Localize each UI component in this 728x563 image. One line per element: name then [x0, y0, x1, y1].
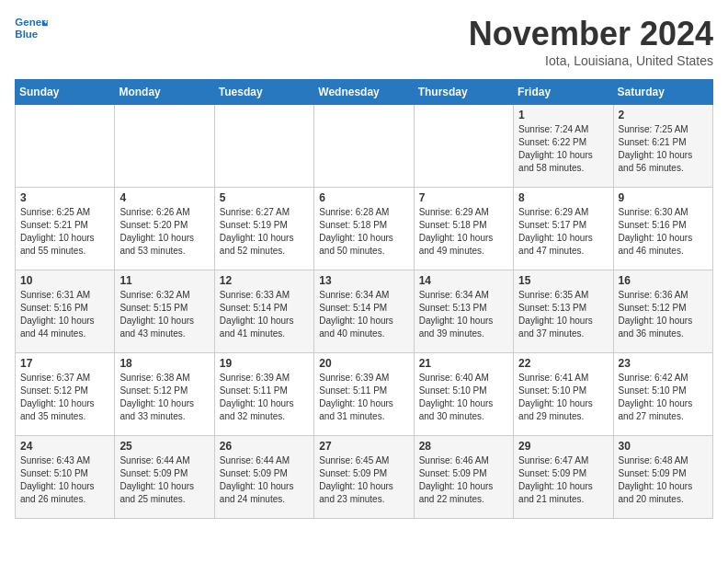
day-of-week-header: Monday — [115, 80, 214, 105]
day-info: Sunrise: 6:26 AM Sunset: 5:20 PM Dayligh… — [119, 206, 209, 258]
day-number: 3 — [20, 191, 109, 204]
calendar-cell: 14Sunrise: 6:34 AM Sunset: 5:13 PM Dayli… — [414, 270, 513, 353]
svg-text:Blue: Blue — [15, 29, 38, 40]
calendar-cell: 30Sunrise: 6:48 AM Sunset: 5:09 PM Dayli… — [613, 436, 712, 519]
day-info: Sunrise: 6:39 AM Sunset: 5:11 PM Dayligh… — [220, 372, 309, 423]
day-number: 20 — [319, 357, 408, 370]
day-number: 19 — [220, 357, 309, 370]
month-title: November 2024 — [469, 15, 713, 53]
day-info: Sunrise: 6:34 AM Sunset: 5:13 PM Dayligh… — [419, 289, 508, 340]
day-info: Sunrise: 6:29 AM Sunset: 5:17 PM Dayligh… — [518, 206, 608, 258]
day-info: Sunrise: 6:31 AM Sunset: 5:16 PM Dayligh… — [20, 289, 109, 340]
day-info: Sunrise: 7:24 AM Sunset: 6:22 PM Dayligh… — [518, 123, 608, 175]
day-number: 27 — [319, 440, 408, 453]
day-number: 22 — [518, 357, 608, 370]
day-info: Sunrise: 6:46 AM Sunset: 5:09 PM Dayligh… — [419, 454, 508, 506]
page-header: General Blue November 2024 Iota, Louisia… — [15, 15, 713, 68]
day-number: 13 — [319, 274, 408, 287]
logo-icon: General Blue — [15, 15, 48, 42]
day-info: Sunrise: 6:43 AM Sunset: 5:10 PM Dayligh… — [20, 454, 109, 506]
day-info: Sunrise: 6:25 AM Sunset: 5:21 PM Dayligh… — [20, 206, 109, 258]
calendar-cell: 25Sunrise: 6:44 AM Sunset: 5:09 PM Dayli… — [115, 436, 214, 519]
day-number: 4 — [119, 191, 209, 204]
day-number: 15 — [518, 274, 608, 287]
day-info: Sunrise: 6:30 AM Sunset: 5:16 PM Dayligh… — [619, 206, 708, 258]
calendar-cell — [314, 105, 414, 188]
calendar-week-row: 24Sunrise: 6:43 AM Sunset: 5:10 PM Dayli… — [16, 436, 713, 519]
day-number: 18 — [119, 357, 209, 370]
day-info: Sunrise: 6:48 AM Sunset: 5:09 PM Dayligh… — [619, 454, 708, 506]
calendar-cell: 23Sunrise: 6:42 AM Sunset: 5:10 PM Dayli… — [613, 353, 712, 436]
day-number: 16 — [619, 274, 708, 287]
calendar-cell: 29Sunrise: 6:47 AM Sunset: 5:09 PM Dayli… — [514, 436, 613, 519]
day-number: 21 — [419, 357, 508, 370]
day-number: 7 — [419, 191, 508, 204]
day-info: Sunrise: 6:37 AM Sunset: 5:12 PM Dayligh… — [20, 372, 109, 423]
day-info: Sunrise: 6:40 AM Sunset: 5:10 PM Dayligh… — [419, 372, 508, 423]
day-number: 11 — [119, 274, 209, 287]
logo: General Blue — [15, 15, 48, 42]
day-info: Sunrise: 6:39 AM Sunset: 5:11 PM Dayligh… — [319, 372, 408, 423]
day-number: 26 — [220, 440, 309, 453]
day-number: 2 — [619, 109, 708, 121]
day-of-week-header: Tuesday — [214, 80, 313, 105]
calendar-table: SundayMondayTuesdayWednesdayThursdayFrid… — [15, 79, 713, 519]
calendar-cell: 4Sunrise: 6:26 AM Sunset: 5:20 PM Daylig… — [115, 188, 214, 270]
day-info: Sunrise: 6:34 AM Sunset: 5:14 PM Dayligh… — [319, 289, 408, 340]
day-info: Sunrise: 6:33 AM Sunset: 5:14 PM Dayligh… — [220, 289, 309, 340]
day-of-week-header: Saturday — [613, 80, 712, 105]
calendar-cell: 24Sunrise: 6:43 AM Sunset: 5:10 PM Dayli… — [16, 436, 115, 519]
day-info: Sunrise: 6:36 AM Sunset: 5:12 PM Dayligh… — [619, 289, 708, 340]
day-of-week-header: Friday — [514, 80, 613, 105]
calendar-cell: 21Sunrise: 6:40 AM Sunset: 5:10 PM Dayli… — [414, 353, 513, 436]
calendar-week-row: 1Sunrise: 7:24 AM Sunset: 6:22 PM Daylig… — [16, 105, 713, 188]
day-number: 10 — [20, 274, 109, 287]
day-info: Sunrise: 6:35 AM Sunset: 5:13 PM Dayligh… — [518, 289, 608, 340]
day-info: Sunrise: 7:25 AM Sunset: 6:21 PM Dayligh… — [619, 123, 708, 175]
day-info: Sunrise: 6:41 AM Sunset: 5:10 PM Dayligh… — [518, 372, 608, 423]
calendar-cell: 12Sunrise: 6:33 AM Sunset: 5:14 PM Dayli… — [214, 270, 313, 353]
calendar-cell: 28Sunrise: 6:46 AM Sunset: 5:09 PM Dayli… — [414, 436, 513, 519]
calendar-cell: 5Sunrise: 6:27 AM Sunset: 5:19 PM Daylig… — [214, 188, 313, 270]
day-number: 14 — [419, 274, 508, 287]
day-info: Sunrise: 6:38 AM Sunset: 5:12 PM Dayligh… — [119, 372, 209, 423]
day-number: 5 — [220, 191, 309, 204]
day-number: 30 — [619, 440, 708, 453]
calendar-cell: 22Sunrise: 6:41 AM Sunset: 5:10 PM Dayli… — [514, 353, 613, 436]
day-number: 23 — [619, 357, 708, 370]
calendar-week-row: 17Sunrise: 6:37 AM Sunset: 5:12 PM Dayli… — [16, 353, 713, 436]
calendar-cell: 16Sunrise: 6:36 AM Sunset: 5:12 PM Dayli… — [613, 270, 712, 353]
calendar-cell: 2Sunrise: 7:25 AM Sunset: 6:21 PM Daylig… — [613, 105, 712, 188]
day-info: Sunrise: 6:32 AM Sunset: 5:15 PM Dayligh… — [119, 289, 209, 340]
calendar-cell: 17Sunrise: 6:37 AM Sunset: 5:12 PM Dayli… — [16, 353, 115, 436]
calendar-cell — [214, 105, 313, 188]
location-subtitle: Iota, Louisiana, United States — [469, 53, 713, 68]
day-of-week-header: Thursday — [414, 80, 513, 105]
day-number: 12 — [220, 274, 309, 287]
calendar-cell: 3Sunrise: 6:25 AM Sunset: 5:21 PM Daylig… — [16, 188, 115, 270]
calendar-cell: 6Sunrise: 6:28 AM Sunset: 5:18 PM Daylig… — [314, 188, 414, 270]
day-number: 29 — [518, 440, 608, 453]
calendar-header: SundayMondayTuesdayWednesdayThursdayFrid… — [16, 80, 713, 105]
day-number: 6 — [319, 191, 408, 204]
header-row: SundayMondayTuesdayWednesdayThursdayFrid… — [16, 80, 713, 105]
day-info: Sunrise: 6:44 AM Sunset: 5:09 PM Dayligh… — [119, 454, 209, 506]
calendar-cell — [115, 105, 214, 188]
calendar-week-row: 3Sunrise: 6:25 AM Sunset: 5:21 PM Daylig… — [16, 188, 713, 270]
day-of-week-header: Wednesday — [314, 80, 414, 105]
calendar-body: 1Sunrise: 7:24 AM Sunset: 6:22 PM Daylig… — [16, 105, 713, 519]
calendar-cell — [414, 105, 513, 188]
calendar-cell: 11Sunrise: 6:32 AM Sunset: 5:15 PM Dayli… — [115, 270, 214, 353]
day-of-week-header: Sunday — [16, 80, 115, 105]
calendar-cell: 27Sunrise: 6:45 AM Sunset: 5:09 PM Dayli… — [314, 436, 414, 519]
day-info: Sunrise: 6:28 AM Sunset: 5:18 PM Dayligh… — [319, 206, 408, 258]
day-number: 17 — [20, 357, 109, 370]
day-number: 9 — [619, 191, 708, 204]
calendar-cell: 19Sunrise: 6:39 AM Sunset: 5:11 PM Dayli… — [214, 353, 313, 436]
calendar-cell: 9Sunrise: 6:30 AM Sunset: 5:16 PM Daylig… — [613, 188, 712, 270]
day-number: 8 — [518, 191, 608, 204]
day-number: 24 — [20, 440, 109, 453]
day-info: Sunrise: 6:44 AM Sunset: 5:09 PM Dayligh… — [220, 454, 309, 506]
calendar-cell: 13Sunrise: 6:34 AM Sunset: 5:14 PM Dayli… — [314, 270, 414, 353]
title-section: November 2024 Iota, Louisiana, United St… — [469, 15, 713, 68]
